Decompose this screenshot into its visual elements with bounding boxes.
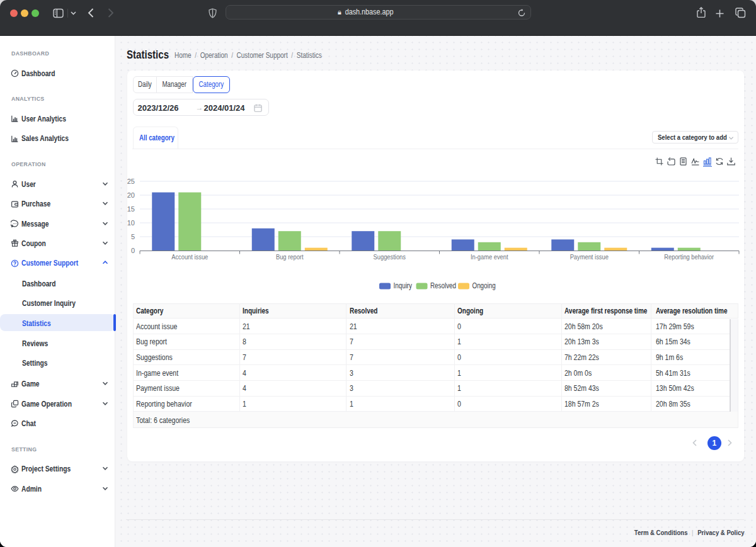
svg-text:Ongoing: Ongoing	[472, 282, 496, 290]
svg-text:10: 10	[127, 219, 135, 227]
svg-text:Reporting behavior: Reporting behavior	[664, 253, 714, 261]
svg-text:Resolved: Resolved	[430, 282, 456, 290]
svg-text:20: 20	[127, 191, 135, 199]
svg-text:0: 0	[131, 247, 135, 254]
svg-text:Account issue: Account issue	[171, 253, 208, 261]
svg-text:5: 5	[131, 233, 135, 240]
svg-text:Bug report: Bug report	[276, 253, 304, 261]
svg-text:In-game event: In-game event	[471, 253, 508, 261]
svg-text:Inquiry: Inquiry	[394, 282, 413, 290]
svg-text:15: 15	[127, 205, 135, 213]
svg-text:Suggestions: Suggestions	[374, 253, 406, 261]
svg-text:Payment issue: Payment issue	[570, 253, 609, 261]
svg-text:25: 25	[127, 178, 135, 185]
